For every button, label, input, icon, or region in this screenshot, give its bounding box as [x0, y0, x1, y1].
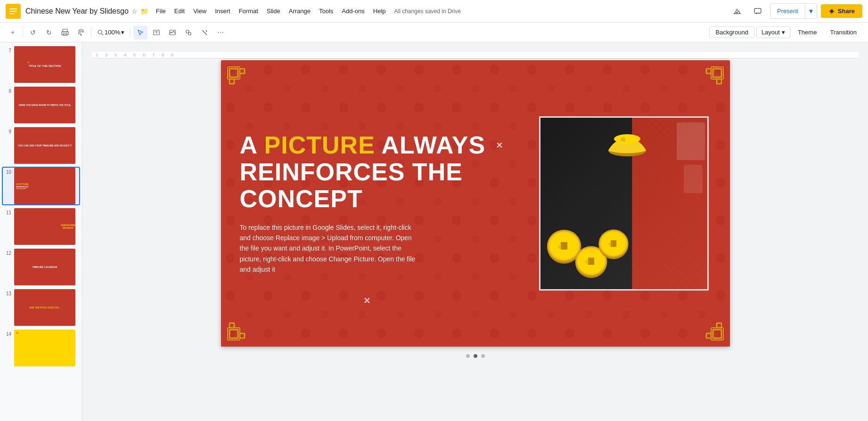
thumb-img-7: ● TITLE OF THE SECTION — [14, 46, 75, 83]
present-button[interactable]: Present ▾ — [770, 3, 817, 19]
zoom-chevron: ▾ — [121, 29, 124, 36]
slide-right-content[interactable]: 福 福 — [537, 74, 711, 332]
dot-1 — [466, 354, 470, 358]
slide-number-12: 12 — [4, 249, 11, 256]
menu-addons[interactable]: Add-ons — [338, 6, 368, 16]
slide-thumbnail-14[interactable]: 14 中 — [2, 329, 80, 367]
document-title[interactable]: Chinese New Year by Slidesgo — [25, 7, 129, 16]
menu-edit[interactable]: Edit — [171, 6, 188, 16]
share-button[interactable]: Share — [821, 4, 862, 18]
undo-btn[interactable]: ↺ — [26, 25, 40, 40]
pagination-dots — [466, 354, 485, 358]
menu-view[interactable]: View — [189, 6, 210, 16]
title-line2: REINFORCES THE CONCEPT — [240, 158, 463, 212]
transition-btn[interactable]: Transition — [824, 27, 862, 38]
toolbar: ＋ ↺ ↻ 100% ▾ ⋯ Background Layout ▾ Theme… — [0, 23, 868, 42]
editor-area[interactable]: 1 2 3 4 5 6 7 8 9 — [82, 42, 868, 421]
toolbar-right: Background Layout ▾ Theme Transition — [709, 26, 862, 38]
ruler: 1 2 3 4 5 6 7 8 9 — [92, 52, 859, 58]
add-slide-btn[interactable]: ＋ — [6, 25, 20, 40]
slide-title[interactable]: A PICTURE ALWAYS REINFORCES THE CONCEPT — [240, 132, 527, 213]
svg-text:福: 福 — [558, 244, 563, 249]
explore-btn[interactable] — [729, 3, 745, 20]
thumb-img-9: YOU CAN ADD YOUR TIMELINE AND ADJUST IT — [14, 127, 75, 164]
title-highlight: PICTURE — [264, 131, 375, 159]
svg-rect-5 — [754, 8, 761, 13]
background-btn[interactable]: Background — [709, 26, 754, 38]
coin-visual: 福 福 — [540, 118, 707, 289]
thumb-img-11: AWESOME WORDS — [14, 208, 75, 245]
thumb-img-10: A PICTURE REINFORCES THE CONCEPT — [14, 168, 75, 204]
divider2 — [91, 27, 91, 38]
line-btn[interactable] — [197, 25, 212, 40]
svg-text:福: 福 — [621, 137, 625, 142]
zoom-control[interactable]: 100% ▾ — [94, 27, 127, 37]
print-btn[interactable] — [58, 25, 72, 40]
layout-chevron: ▾ — [782, 29, 785, 36]
more-tools-btn[interactable]: ⋯ — [213, 25, 228, 40]
slide-number-9: 9 — [4, 127, 11, 134]
svg-text:福: 福 — [585, 259, 590, 264]
star-icon[interactable]: ☆ — [131, 8, 138, 15]
slide-number-11: 11 — [4, 208, 11, 215]
dot-3 — [481, 354, 485, 358]
slide-content: A PICTURE ALWAYS REINFORCES THE CONCEPT … — [221, 60, 730, 347]
image-btn[interactable] — [165, 25, 180, 40]
menu-tools[interactable]: Tools — [315, 6, 337, 16]
menu-slide[interactable]: Slide — [263, 6, 284, 16]
thumb-img-12: TIMELINE CALENDAR — [14, 249, 75, 285]
slide-number-14: 14 — [4, 330, 11, 337]
slide-thumbnail-12[interactable]: 12 TIMELINE CALENDAR — [2, 248, 80, 286]
slide-body-text[interactable]: To replace this picture in Google Slides… — [240, 222, 419, 275]
slide-thumbnail-9[interactable]: 9 YOU CAN ADD YOUR TIMELINE AND ADJUST I… — [2, 126, 80, 165]
svg-point-48 — [614, 134, 640, 144]
slide-number-10: 10 — [4, 168, 11, 175]
coin-3-svg: 福 — [597, 228, 630, 261]
svg-rect-14 — [188, 32, 191, 35]
shapes-btn[interactable] — [181, 25, 196, 40]
menu-arrange[interactable]: Arrange — [285, 6, 314, 16]
app-logo — [6, 4, 21, 19]
redo-btn[interactable]: ↻ — [42, 25, 56, 40]
layout-btn[interactable]: Layout ▾ — [756, 26, 790, 38]
select-tool-btn[interactable] — [133, 25, 147, 40]
slide-canvas[interactable]: ✕ ✕ A PICTURE ALWAYS REINFORCES THE CONC… — [221, 60, 730, 347]
title-part1: A — [240, 131, 264, 159]
slide-thumbnail-13[interactable]: 13 AND THE RACE GOES ON... — [2, 288, 80, 327]
top-menu: File Edit View Insert Format Slide Arran… — [152, 6, 461, 16]
text-box-btn[interactable] — [149, 25, 164, 40]
menu-help[interactable]: Help — [369, 6, 390, 16]
svg-point-9 — [81, 34, 82, 35]
slide-left-content: A PICTURE ALWAYS REINFORCES THE CONCEPT … — [240, 74, 537, 332]
slide-number-8: 8 — [4, 87, 11, 94]
slide-thumbnail-11[interactable]: 11 AWESOME WORDS — [2, 207, 80, 246]
comments-btn[interactable] — [749, 3, 766, 20]
slide-number-13: 13 — [4, 289, 11, 296]
paint-format-btn[interactable] — [74, 25, 88, 40]
thumb-img-8: HERE YOU HAVE ROOM TO WRITE THE TITLE — [14, 87, 75, 123]
svg-rect-1 — [9, 8, 17, 9]
svg-point-10 — [98, 30, 102, 34]
menu-format[interactable]: Format — [235, 6, 262, 16]
divider3 — [130, 27, 131, 38]
main-area: 7 ● TITLE OF THE SECTION 8 HERE YOU HAVE… — [0, 42, 868, 421]
svg-text:福: 福 — [608, 242, 612, 246]
svg-rect-3 — [9, 13, 14, 14]
slide-thumbnail-10[interactable]: 10 A PICTURE REINFORCES THE CONCEPT — [2, 167, 80, 205]
svg-point-4 — [737, 9, 738, 10]
top-bar: Chinese New Year by Slidesgo ☆ 📁 File Ed… — [0, 0, 868, 23]
theme-btn[interactable]: Theme — [792, 27, 822, 38]
folder-icon[interactable]: 📁 — [140, 8, 148, 15]
top-right: Present ▾ Share — [729, 3, 862, 20]
save-status: All changes saved in Drive — [394, 8, 461, 15]
slide-thumbnail-7[interactable]: 7 ● TITLE OF THE SECTION — [2, 45, 80, 84]
slide-thumbnail-8[interactable]: 8 HERE YOU HAVE ROOM TO WRITE THE TITLE — [2, 86, 80, 124]
dot-2 — [474, 354, 477, 358]
thumb-img-13: AND THE RACE GOES ON... — [14, 289, 75, 326]
gold-ingot-svg: 福 — [604, 125, 651, 158]
slide-image[interactable]: 福 福 — [539, 116, 709, 291]
menu-file[interactable]: File — [152, 6, 170, 16]
slide-panel: 7 ● TITLE OF THE SECTION 8 HERE YOU HAVE… — [0, 42, 82, 421]
thumb-img-14: 中 — [14, 330, 75, 366]
menu-insert[interactable]: Insert — [211, 6, 234, 16]
